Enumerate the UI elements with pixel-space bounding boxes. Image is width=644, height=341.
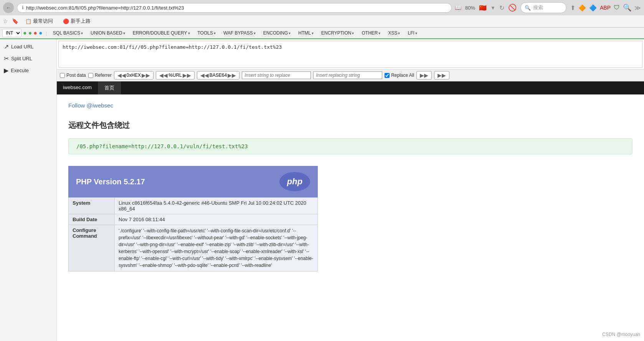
menu-lfi[interactable]: LFI ▾: [405, 29, 420, 37]
arrow-left-pcturl: ◀◀: [159, 72, 168, 78]
tab-homepage[interactable]: 首页: [98, 81, 121, 94]
oxhex-label: 0xHEX: [127, 73, 141, 78]
menu-xss-label: XSS: [388, 30, 397, 36]
tabs-bar: iwebsec.com 首页: [57, 81, 644, 94]
security-icon: ℹ: [22, 5, 24, 10]
load-url-label: Load URL: [11, 44, 34, 50]
menu-error-double-arrow: ▾: [188, 31, 190, 35]
blocked-icon: 🚫: [508, 3, 517, 12]
menu-encryption-label: ENCRYPTION: [321, 30, 351, 36]
bookmark-zuichang-label: 最常访问: [33, 18, 53, 25]
tab-homepage-label: 首页: [104, 85, 114, 91]
menu-union-based-arrow: ▾: [123, 31, 125, 35]
php-info-block: PHP Version 5.2.17 php System Linux c861…: [68, 166, 632, 271]
menu-union-based[interactable]: UNION BASED ▾: [88, 29, 128, 37]
replace-all-checkbox[interactable]: [385, 73, 390, 78]
oxhex-encode-btn[interactable]: ◀◀ 0xHEX ▶▶: [114, 71, 154, 79]
search-icon: 🔍: [525, 5, 531, 11]
arrow-right-oxhex: ▶▶: [142, 72, 150, 78]
menu-waf-bypass[interactable]: WAF BYPASS ▾: [220, 29, 259, 37]
more-icon[interactable]: ≫: [634, 4, 641, 12]
bookmark-zuichang-icon: 📋: [25, 18, 31, 24]
bookmark-item-zuichang[interactable]: 📋 最常访问: [22, 17, 56, 25]
menu-other[interactable]: OTHER ▾: [358, 29, 383, 37]
ext2-icon[interactable]: 🔷: [589, 4, 597, 12]
menu-html[interactable]: HTML ▾: [295, 29, 317, 37]
green-dot2: ●: [28, 30, 32, 36]
menu-error-double-label: ERROR/DOUBLE QUERY: [133, 30, 187, 36]
menu-encryption[interactable]: ENCRYPTION ▾: [318, 29, 357, 37]
arrow-left-base64: ◀◀: [200, 72, 209, 78]
post-data-checkbox-item[interactable]: Post data: [60, 73, 86, 78]
bookmark-auto-icon[interactable]: 🔖: [12, 18, 18, 24]
menu-xss-arrow: ▾: [398, 31, 400, 35]
referrer-label: Referrer: [95, 73, 112, 78]
bookmark-xinshou-icon: 🔴: [63, 18, 69, 24]
sidebar-item-split-url[interactable]: ✂ Split URL: [0, 53, 56, 65]
green-dot1: ●: [23, 30, 27, 36]
table-row: Configure Command './configure' '--with-…: [69, 225, 318, 271]
zoom-level: 80%: [465, 5, 475, 11]
sidebar-item-execute[interactable]: ▶ Execute: [0, 65, 56, 76]
menu-waf-bypass-arrow: ▾: [254, 31, 256, 35]
php-version: PHP Version 5.2.17: [76, 177, 145, 186]
execute-icon: ▶: [4, 67, 8, 74]
magnifier-icon[interactable]: 🔍: [623, 3, 631, 12]
menu-encoding-arrow: ▾: [289, 31, 291, 35]
menu-sql-basics[interactable]: SQL BASICS ▾: [50, 29, 86, 37]
replace-prev-btn[interactable]: ▶▶: [416, 71, 432, 79]
php-logo: php: [279, 172, 310, 191]
search-bar[interactable]: 🔍 搜索: [520, 2, 566, 13]
replace-prev-arrow: ▶▶: [420, 72, 428, 78]
ext3-icon[interactable]: ABP: [600, 5, 611, 11]
menu-encoding-label: ENCODING: [263, 30, 288, 36]
bookmark-xinshou-label: 新手上路: [71, 18, 91, 25]
url-input-area: http://iwebsec.com:81/fi//05.php?filenam…: [57, 39, 644, 70]
insert-replacing-input[interactable]: [313, 71, 382, 79]
ext1-icon[interactable]: 🔶: [578, 4, 586, 12]
replace-all-checkbox-item[interactable]: Replace All: [385, 73, 414, 78]
base64-encode-btn[interactable]: ◀◀ BASE64 ▶▶: [197, 71, 239, 79]
sidebar-item-load-url[interactable]: ↗ Load URL: [0, 41, 56, 53]
insert-to-replace-input[interactable]: [242, 71, 311, 79]
arrow-right-pcturl: ▶▶: [183, 72, 191, 78]
menu-tools[interactable]: TOOLS ▾: [195, 29, 219, 37]
tab-iwebsec[interactable]: iwebsec.com: [57, 81, 98, 94]
pcturl-encode-btn[interactable]: ◀◀ %URL ▶▶: [156, 71, 195, 79]
bookmark-star-icon[interactable]: ☆: [3, 18, 8, 24]
menu-encoding[interactable]: ENCODING ▾: [260, 29, 294, 37]
toolbar-row: Post data Referrer ◀◀ 0xHEX ▶▶ ◀◀ %URL ▶…: [57, 70, 644, 81]
menu-other-arrow: ▾: [378, 31, 380, 35]
menu-error-double[interactable]: ERROR/DOUBLE QUERY ▾: [130, 29, 193, 37]
table-cell-system-value: Linux c8616f654faa 5.4.0-42-generic #46-…: [115, 198, 318, 214]
table-cell-builddate-value: Nov 7 2016 08:11:44: [115, 214, 318, 225]
int-select[interactable]: INT: [2, 29, 21, 37]
menu-encryption-arrow: ▾: [352, 31, 354, 35]
ext4-icon[interactable]: 🛡: [614, 4, 620, 11]
back-button[interactable]: ←: [3, 2, 14, 13]
menu-lfi-label: LFI: [408, 30, 414, 36]
url-bar[interactable]: ℹ http://iwebsec.com:81/fi//05.php?filen…: [17, 3, 452, 13]
split-url-icon: ✂: [4, 55, 9, 62]
post-data-checkbox[interactable]: [60, 73, 65, 78]
replace-next-btn[interactable]: ▶▶: [434, 71, 449, 79]
follow-link[interactable]: Follow @iwebsec: [68, 102, 113, 109]
bookmark-item-xinshou[interactable]: 🔴 新手上路: [60, 17, 94, 25]
table-cell-system-label: System: [69, 198, 115, 214]
refresh-icon[interactable]: ↻: [499, 4, 504, 12]
referrer-checkbox[interactable]: [88, 73, 93, 78]
url-display-text: /05.php?filename=http://127.0.0.1/vuln/f…: [76, 143, 248, 149]
table-row: System Linux c8616f654faa 5.4.0-42-gener…: [69, 198, 318, 214]
menu-xss[interactable]: XSS ▾: [385, 29, 403, 37]
menu-sql-basics-label: SQL BASICS: [53, 30, 80, 36]
url-textarea[interactable]: http://iwebsec.com:81/fi//05.php?filenam…: [58, 41, 642, 68]
menu-waf-bypass-label: WAF BYPASS: [223, 30, 253, 36]
menu-lfi-arrow: ▾: [415, 31, 417, 35]
referrer-checkbox-item[interactable]: Referrer: [88, 73, 112, 78]
flag-dropdown-icon[interactable]: ▼: [490, 5, 495, 11]
execute-label: Execute: [11, 68, 29, 73]
share-icon[interactable]: ⬆: [570, 4, 575, 12]
page-heading: 远程文件包含绕过: [68, 120, 632, 131]
back-icon: ←: [6, 5, 11, 11]
menu-union-based-label: UNION BASED: [91, 30, 122, 36]
